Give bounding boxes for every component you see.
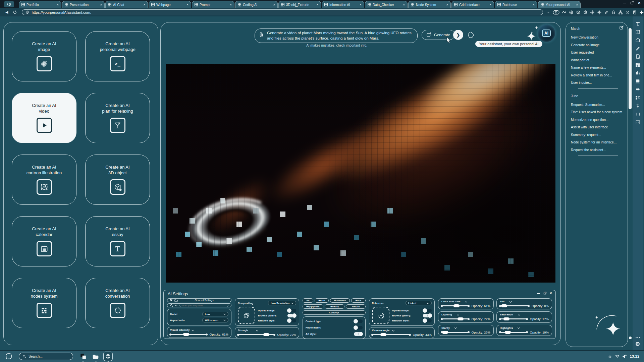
tab-node-system[interactable]: Node System×: [408, 1, 451, 8]
card-create-ai-conversation[interactable]: Create an AIconversation: [85, 278, 150, 328]
slider-handle[interactable]: [503, 317, 509, 320]
tab-webpage[interactable]: Webpage×: [149, 1, 191, 8]
sphere-tool-icon[interactable]: [569, 10, 574, 15]
random-style-toggle[interactable]: [287, 319, 296, 322]
card-create-ai-plan-for-relaxing[interactable]: Create an AIplan for relaxing: [85, 93, 150, 143]
url-chevron-down-icon[interactable]: [546, 10, 550, 14]
lock-icon[interactable]: [611, 10, 616, 15]
reload-button[interactable]: [13, 10, 17, 14]
history-item[interactable]: Summery: request...: [571, 133, 625, 137]
tab-close-icon[interactable]: ×: [576, 3, 578, 6]
slider-handle[interactable]: [183, 333, 189, 336]
scale-tool-icon[interactable]: [597, 10, 602, 15]
history-item[interactable]: Node system for an interface...: [571, 140, 625, 144]
key-ideas-search[interactable]: [167, 303, 231, 307]
upload-image-toggle[interactable]: [287, 309, 296, 312]
taskbar-search-input[interactable]: [29, 354, 65, 358]
card-create-ai-cartoon-illustration[interactable]: Create an AIcartoon illustration: [12, 155, 76, 205]
document-settings-icon[interactable]: [635, 54, 640, 59]
compositing-select[interactable]: Low Resolution: [268, 301, 296, 305]
chevron-down-icon[interactable]: [465, 301, 467, 303]
tab-portfolio[interactable]: Portfolio×: [19, 1, 61, 8]
tag-punk[interactable]: Punk: [351, 298, 366, 303]
history-item[interactable]: Request the assistant...: [571, 148, 625, 152]
slider-handle[interactable]: [458, 317, 464, 320]
chevron-down-icon[interactable]: [509, 301, 512, 303]
general-settings-header[interactable]: General Settings: [167, 298, 231, 302]
tab-your-personal-ai[interactable]: Your personal AI×: [538, 1, 581, 8]
tag-retro[interactable]: Retro: [315, 298, 329, 303]
close-icon[interactable]: [170, 299, 172, 301]
chevron-down-icon[interactable]: [454, 327, 457, 329]
card-create-ai-essay[interactable]: Create an AIessay T: [85, 216, 150, 266]
history-item[interactable]: User inquire...: [571, 81, 625, 84]
submit-arrow-button[interactable]: ❯: [453, 30, 463, 40]
reference-browse-toggle[interactable]: [423, 314, 432, 317]
tint-slider[interactable]: [500, 305, 529, 306]
history-item[interactable]: What part of...: [571, 58, 625, 62]
tab-close-icon[interactable]: ×: [230, 3, 232, 6]
browse-gallery-toggle[interactable]: [287, 314, 296, 317]
tab-close-icon[interactable]: ×: [273, 3, 275, 6]
tag-all[interactable]: All: [303, 298, 313, 303]
tab-3d-obj-extrude[interactable]: 3D obj_Extrude×: [278, 1, 321, 8]
photo-insert-toggle[interactable]: [354, 326, 363, 329]
slider-handle[interactable]: [501, 304, 507, 307]
tab-close-icon[interactable]: ×: [317, 3, 318, 6]
tab-data-checker[interactable]: Data_Checker×: [365, 1, 408, 8]
margins-tool-icon[interactable]: [635, 112, 640, 117]
history-scrollbar[interactable]: [629, 28, 632, 109]
highlights-slider[interactable]: [500, 332, 527, 333]
browser-logo[interactable]: [4, 1, 14, 7]
bounding-box-icon[interactable]: [625, 10, 630, 15]
card-create-ai-3d-object[interactable]: Create an AI3D object: [85, 155, 150, 205]
tab-ai-chat[interactable]: AI Chat×: [105, 1, 148, 8]
reference-preview-thumb[interactable]: [372, 307, 389, 324]
history-item[interactable]: New Conversation: [571, 36, 625, 39]
reference-random-toggle[interactable]: [423, 319, 432, 322]
settings-restore-button[interactable]: [544, 293, 546, 295]
history-item[interactable]: Generate an image: [571, 43, 625, 47]
history-item[interactable]: Memorize one question...: [571, 118, 625, 122]
chevron-down-icon[interactable]: [457, 314, 459, 316]
hierarchy-icon[interactable]: [618, 10, 623, 15]
move-tool-icon[interactable]: [590, 10, 595, 15]
card-create-ai-image[interactable]: Create an AIimage: [12, 31, 76, 81]
reference-upload-toggle[interactable]: [423, 309, 432, 312]
assistant-avatar[interactable]: AI: [538, 24, 555, 42]
tab-close-icon[interactable]: ×: [533, 3, 535, 6]
chevron-down-icon[interactable]: [175, 304, 177, 306]
art-style-toggle[interactable]: [354, 332, 363, 336]
curve-tool-icon[interactable]: [562, 10, 567, 15]
slider-handle[interactable]: [263, 333, 269, 336]
tag-nature[interactable]: Nature: [346, 304, 366, 309]
reference-select[interactable]: Linked: [406, 301, 432, 305]
cube-tool-icon[interactable]: [576, 10, 581, 15]
more-options-icon[interactable]: [635, 337, 640, 338]
key-ideas-input[interactable]: [179, 304, 228, 307]
layout-blocks-icon[interactable]: [635, 62, 640, 67]
lighting-slider[interactable]: [441, 318, 469, 319]
settings-minimize-button[interactable]: [537, 293, 540, 294]
aspect-ratio-select[interactable]: Wildscreen: [202, 318, 228, 322]
new-chat-icon[interactable]: [619, 25, 624, 30]
lowpoly-tool-icon[interactable]: [583, 10, 588, 15]
address-bar[interactable]: https://yourpersonalAIassistant.com.: [22, 9, 543, 15]
attachment-paperclip-icon[interactable]: [259, 32, 264, 38]
tab-close-icon[interactable]: ×: [187, 3, 189, 6]
card-create-ai-video[interactable]: Create an AIvideo: [12, 93, 76, 143]
linked-circles-icon[interactable]: [635, 87, 640, 92]
tag-happyness[interactable]: Happyness: [303, 304, 323, 309]
window-restore-button[interactable]: [631, 2, 633, 4]
gear-icon[interactable]: [635, 341, 640, 347]
strength-slider[interactable]: [238, 334, 275, 335]
visual-intensity-slider[interactable]: [170, 334, 207, 335]
settings-close-button[interactable]: ✕: [549, 292, 552, 295]
page-tool-icon[interactable]: [632, 10, 637, 15]
history-item[interactable]: Name a few elements...: [571, 66, 625, 69]
tab-prompt[interactable]: Prompt×: [192, 1, 234, 8]
compositing-preview-thumb[interactable]: [238, 307, 255, 324]
pentagon-tool-icon[interactable]: [635, 38, 640, 43]
tab-close-icon[interactable]: ×: [490, 3, 491, 6]
history-item[interactable]: Review a short film in one...: [571, 73, 625, 77]
